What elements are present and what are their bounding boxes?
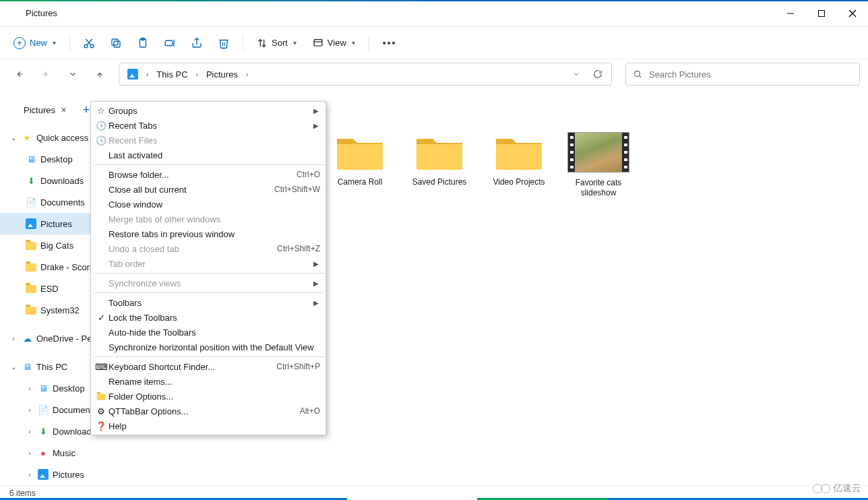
breadcrumb-pictures[interactable]: Pictures <box>202 67 242 82</box>
menu-recent-tabs[interactable]: 🕓Recent Tabs▶ <box>91 118 326 133</box>
paste-button[interactable] <box>131 31 155 55</box>
menu-undo-closed-tab[interactable]: Undo a closed tabCtrl+Shift+Z <box>91 241 326 256</box>
svg-rect-1 <box>819 10 825 16</box>
menu-help[interactable]: ❓Help <box>91 418 326 433</box>
chevron-right-icon[interactable]: › <box>195 71 199 78</box>
svg-rect-9 <box>112 39 118 45</box>
keyboard-icon: ⌨ <box>94 362 108 372</box>
file-favorite-cats-slideshow[interactable]: Favorite cats slideshow <box>565 132 632 198</box>
plus-icon: + <box>13 37 26 49</box>
svg-rect-8 <box>114 41 120 47</box>
sort-button[interactable]: Sort ▾ <box>250 34 303 53</box>
menu-toolbars[interactable]: Toolbars▶ <box>91 295 326 310</box>
menu-browse-folder[interactable]: Browse folder...Ctrl+O <box>91 167 326 182</box>
folder-icon <box>26 240 36 251</box>
cut-button[interactable] <box>77 31 101 55</box>
chevron-right-icon[interactable]: › <box>145 71 150 78</box>
menu-keyboard-shortcut-finder[interactable]: ⌨Keyboard Shortcut Finder...Ctrl+Shift+P <box>91 359 326 374</box>
maximize-button[interactable] <box>806 0 837 27</box>
pc-icon: 🖥 <box>22 361 32 372</box>
folder-camera-roll[interactable]: Camera Roll <box>326 132 394 198</box>
up-button[interactable] <box>89 63 111 85</box>
status-text: 6 items <box>9 489 36 498</box>
menu-recent-files[interactable]: 🕓Recent Files <box>91 133 326 148</box>
sidebar-tp-pictures[interactable]: ›Pictures <box>0 464 127 485</box>
menu-close-window[interactable]: Close window <box>91 197 326 212</box>
minimize-button[interactable] <box>775 0 806 27</box>
breadcrumb-this-pc[interactable]: This PC <box>152 67 191 82</box>
new-button[interactable]: + New ▾ <box>7 33 63 53</box>
document-icon: 📄 <box>38 404 49 415</box>
clock-icon: 🕓 <box>94 121 108 131</box>
rename-button[interactable] <box>158 31 182 55</box>
back-button[interactable] <box>8 63 30 85</box>
desktop-icon: 🖥 <box>38 383 49 394</box>
svg-rect-12 <box>165 40 173 46</box>
chevron-right-icon: ▶ <box>313 107 320 115</box>
menu-lock-toolbars[interactable]: ✓Lock the Toolbars <box>91 310 326 325</box>
delete-button[interactable] <box>212 31 236 55</box>
view-button[interactable]: View ▾ <box>306 34 362 53</box>
share-button[interactable] <box>185 31 209 55</box>
address-dropdown-button[interactable] <box>567 65 586 84</box>
chevron-right-icon: ▶ <box>313 280 320 287</box>
svg-line-7 <box>86 39 92 45</box>
address-icon <box>123 66 142 82</box>
chevron-down-icon: ▾ <box>53 39 56 46</box>
menu-close-all-but-current[interactable]: Close all but currentCtrl+Shift+W <box>91 182 326 197</box>
menu-folder-options[interactable]: Folder Options... <box>91 389 326 404</box>
title-bar: Pictures <box>0 0 868 27</box>
pictures-icon <box>26 218 36 229</box>
search-box[interactable] <box>625 63 860 86</box>
more-button[interactable]: ••• <box>376 38 404 49</box>
chevron-right-icon: ▶ <box>313 122 320 129</box>
copy-button[interactable] <box>104 31 128 55</box>
help-icon: ❓ <box>94 421 108 431</box>
menu-qttabbar-options[interactable]: ⚙QTTabBar Options...Alt+O <box>91 404 326 418</box>
chevron-down-icon: ▾ <box>293 39 297 46</box>
menu-autohide-toolbars[interactable]: Auto-hide the Toolbars <box>91 325 326 340</box>
svg-line-25 <box>639 75 641 77</box>
forward-button[interactable] <box>35 63 57 85</box>
search-icon <box>633 69 642 79</box>
context-menu: ☆Groups▶ 🕓Recent Tabs▶ 🕓Recent Files Las… <box>90 101 326 435</box>
menu-sync-horizontal[interactable]: Synchronize horizontal position with the… <box>91 340 326 354</box>
menu-tab-order[interactable]: Tab order▶ <box>91 256 326 271</box>
sidebar-tp-music[interactable]: ›●Music <box>0 442 127 464</box>
menu-last-activated[interactable]: Last activated <box>91 148 326 162</box>
star-icon: ☆ <box>94 106 108 116</box>
folder-icon <box>26 261 36 272</box>
folder-video-projects[interactable]: Video Projects <box>485 132 553 198</box>
gear-icon: ⚙ <box>94 406 108 416</box>
menu-groups[interactable]: ☆Groups▶ <box>91 103 326 118</box>
watermark: 亿速云 <box>813 482 861 495</box>
chevron-right-icon: ▶ <box>313 299 320 307</box>
download-icon: ⬇ <box>38 426 49 437</box>
chevron-down-icon: ▾ <box>352 39 355 46</box>
check-icon: ✓ <box>94 313 108 323</box>
music-icon: ● <box>38 447 49 458</box>
close-button[interactable] <box>837 0 868 27</box>
chevron-right-icon: ▶ <box>313 260 320 268</box>
document-icon: 📄 <box>26 197 36 208</box>
new-label: New <box>30 38 47 48</box>
video-thumbnail <box>567 132 629 173</box>
menu-synchronize-views[interactable]: Synchronize views▶ <box>91 276 326 290</box>
menu-rename-items[interactable]: Rename items... <box>91 374 326 389</box>
refresh-button[interactable] <box>588 65 607 84</box>
folder-icon <box>26 305 36 315</box>
recent-locations-button[interactable] <box>62 63 84 85</box>
svg-line-6 <box>87 39 92 45</box>
star-icon: ★ <box>22 132 32 143</box>
address-bar[interactable]: › This PC › Pictures › <box>119 63 612 86</box>
toolbar: + New ▾ Sort ▾ View ▾ ••• <box>0 27 868 59</box>
cloud-icon: ☁ <box>22 333 32 344</box>
search-input[interactable] <box>649 69 852 80</box>
view-label: View <box>328 38 346 48</box>
folder-saved-pictures[interactable]: Saved Pictures <box>406 132 473 198</box>
pictures-icon <box>38 469 49 480</box>
menu-restore-tabs[interactable]: Restore tabs in previous window <box>91 226 326 241</box>
menu-merge-tabs[interactable]: Merge tabs of other windows <box>91 212 326 226</box>
chevron-right-icon[interactable]: › <box>245 71 249 78</box>
window-title: Pictures <box>26 8 775 18</box>
